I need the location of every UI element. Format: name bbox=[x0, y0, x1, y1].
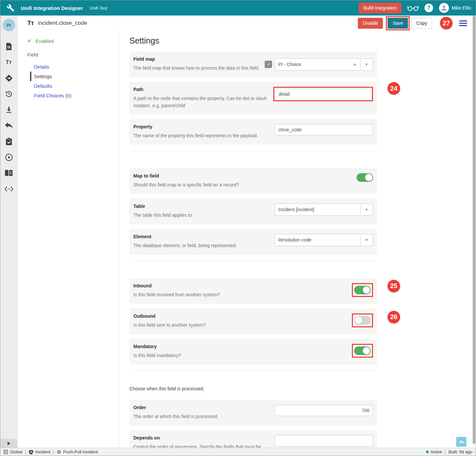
workspace-name: Unifi Test bbox=[90, 6, 107, 11]
inbound-annotation-box bbox=[352, 283, 373, 297]
glasses-icon[interactable] bbox=[407, 5, 419, 11]
build-integration-button[interactable]: Build Integration bbox=[359, 3, 401, 13]
property-desc: The name of the property this field repr… bbox=[133, 132, 272, 139]
scrollbar-thumb[interactable] bbox=[473, 16, 475, 444]
open-record-icon[interactable]: ↗ bbox=[265, 61, 272, 68]
field-row-path: Path A path to the node that contains th… bbox=[129, 82, 377, 114]
page-title: Settings bbox=[129, 36, 472, 46]
field-map-value: PI - Choice bbox=[275, 62, 349, 67]
app-title: Unifi Integration Designer bbox=[21, 5, 83, 11]
user-avatar bbox=[439, 3, 449, 13]
app-header: Unifi Integration Designer Unifi Test Bu… bbox=[0, 0, 476, 16]
active-status-icon bbox=[426, 450, 429, 453]
field-row-mandatory: Mandatory Is this field mandatory? bbox=[129, 339, 377, 365]
field-row-depends-on: Depends on Control the order of processi… bbox=[129, 430, 377, 448]
nav-section-field: Field bbox=[27, 52, 119, 57]
mandatory-label: Mandatory bbox=[133, 344, 272, 349]
disable-button[interactable]: Disable bbox=[358, 18, 383, 29]
nav-item-defaults[interactable]: Defaults bbox=[30, 81, 119, 91]
depends-on-input[interactable] bbox=[275, 435, 373, 446]
field-map-select[interactable]: PI - Choice × ▼ bbox=[275, 58, 373, 71]
field-row-table: Table The table this field applies to. I… bbox=[129, 199, 377, 224]
chevron-down-icon[interactable]: ▼ bbox=[360, 205, 373, 214]
field-row-order: Order The order at which this field is p… bbox=[129, 400, 377, 426]
collapse-sidebar-button[interactable] bbox=[0, 439, 17, 448]
play-icon[interactable] bbox=[0, 149, 17, 165]
history-icon[interactable] bbox=[0, 86, 17, 102]
annotation-badge-25: 25 bbox=[388, 280, 400, 292]
inbound-toggle[interactable] bbox=[354, 286, 371, 294]
directions-icon[interactable] bbox=[0, 70, 17, 86]
field-row-property: Property The name of the property this f… bbox=[129, 119, 377, 145]
element-value: Resolution code bbox=[275, 237, 360, 243]
property-input[interactable] bbox=[275, 124, 373, 135]
scope-label: Global bbox=[10, 449, 22, 454]
scope-item[interactable]: Global bbox=[4, 449, 22, 454]
mandatory-desc: Is this field mandatory? bbox=[133, 352, 272, 359]
gear-icon: ⚙ bbox=[57, 449, 61, 455]
depends-on-desc: Control the order of processing. Specify… bbox=[133, 443, 272, 448]
reply-icon[interactable] bbox=[0, 118, 17, 134]
annotation-badge-24: 24 bbox=[388, 82, 400, 95]
divider bbox=[133, 371, 377, 371]
check-icon: ✔ bbox=[27, 38, 32, 44]
chevron-down-icon[interactable]: ▼ bbox=[360, 59, 373, 69]
save-button[interactable]: Save bbox=[388, 18, 408, 29]
integration-avatar[interactable]: PI bbox=[3, 19, 15, 31]
record-title: incident.close_code bbox=[38, 20, 87, 26]
help-icon[interactable]: ? bbox=[425, 4, 433, 12]
element-label: Element bbox=[133, 234, 272, 239]
documentation-icon[interactable] bbox=[0, 165, 17, 181]
order-desc: The order at which this field is process… bbox=[133, 413, 272, 420]
outbound-desc: Is this field sent to another system? bbox=[133, 321, 272, 329]
integration-item[interactable]: ⚙ Push-Pull Incident bbox=[57, 449, 98, 455]
menu-icon[interactable] bbox=[459, 20, 467, 26]
download-icon[interactable] bbox=[0, 102, 17, 118]
mandatory-toggle[interactable] bbox=[354, 346, 371, 355]
field-type-icon: Tᴛ bbox=[27, 20, 34, 27]
field-row-map-to-field: Map to field Should this field map to a … bbox=[129, 168, 377, 194]
record-titlebar: Tᴛ incident.close_code Disable Save Copy… bbox=[17, 16, 472, 31]
map-to-field-toggle[interactable] bbox=[357, 173, 373, 182]
order-input[interactable] bbox=[275, 405, 373, 416]
field-map-label: Field map bbox=[133, 56, 265, 62]
mandatory-annotation-box bbox=[352, 344, 373, 358]
chevron-down-icon[interactable]: ▼ bbox=[360, 235, 373, 245]
nav-item-details[interactable]: Details bbox=[30, 62, 119, 72]
process-note: Choose when this field is processed. bbox=[129, 386, 472, 391]
outbound-annotation-box bbox=[352, 313, 373, 327]
table-select[interactable]: Incident [incident] ▼ bbox=[275, 204, 373, 216]
depends-on-label: Depends on bbox=[133, 435, 272, 440]
table-label: Table bbox=[133, 204, 272, 209]
field-row-inbound: Inbound Is this field received from anot… bbox=[129, 278, 377, 304]
tasks-icon[interactable] bbox=[0, 134, 17, 149]
document-icon[interactable] bbox=[0, 39, 17, 54]
text-field-icon[interactable]: TT bbox=[0, 54, 17, 70]
outbound-toggle[interactable] bbox=[354, 316, 371, 325]
status-bar: Global | Incident | ⚙ Push-Pull Incident… bbox=[0, 448, 476, 456]
copy-button[interactable]: Copy bbox=[411, 18, 432, 29]
icon-rail: PI TT bbox=[0, 16, 17, 448]
scroll-to-top-button[interactable] bbox=[456, 437, 466, 447]
incident-icon bbox=[29, 450, 33, 454]
outbound-label: Outbound bbox=[133, 313, 272, 319]
nav-item-field-choices[interactable]: Field Choices (0) bbox=[30, 91, 119, 100]
divider bbox=[133, 261, 377, 261]
element-select[interactable]: Resolution code ▼ bbox=[275, 234, 373, 246]
user-menu[interactable]: Mike Ellis bbox=[439, 3, 471, 13]
path-annotation-box bbox=[273, 87, 373, 101]
settings-form: Settings Field map The field map that kn… bbox=[119, 31, 472, 448]
nav-item-settings[interactable]: Settings bbox=[30, 72, 119, 81]
divider bbox=[133, 151, 377, 151]
field-row-outbound: Outbound Is this field sent to another s… bbox=[129, 309, 377, 334]
path-input[interactable] bbox=[275, 88, 371, 100]
inbound-desc: Is this field received from another syst… bbox=[133, 291, 272, 298]
field-row-element: Element The database element, or field, … bbox=[129, 229, 377, 255]
clear-icon[interactable]: × bbox=[349, 62, 360, 67]
code-icon[interactable] bbox=[0, 181, 17, 197]
inbound-label: Inbound bbox=[133, 283, 272, 288]
user-name: Mike Ellis bbox=[452, 5, 471, 11]
application-item[interactable]: Incident bbox=[29, 449, 51, 454]
built-label: Built: 9d ago bbox=[449, 449, 472, 454]
order-label: Order bbox=[133, 405, 272, 410]
